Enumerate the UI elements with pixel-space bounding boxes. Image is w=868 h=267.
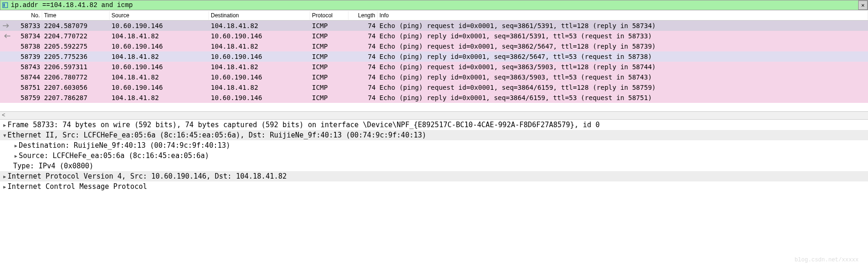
related-packet-arrow-icon <box>0 72 13 82</box>
cell-length: 74 <box>349 84 378 91</box>
svg-rect-0 <box>3 3 8 8</box>
expand-down-icon[interactable]: ▼ <box>2 133 7 138</box>
cell-protocol: ICMP <box>310 94 349 101</box>
cell-info: Echo (ping) reply id=0x0001, seq=3863/59… <box>378 73 868 81</box>
col-header-source[interactable]: Source <box>110 11 209 20</box>
icmp-summary: Internet Control Message Protocol <box>7 182 147 191</box>
cell-time: 2207.786287 <box>42 94 110 101</box>
expand-right-icon[interactable]: ▶ <box>13 153 19 159</box>
cell-destination: 10.60.190.146 <box>209 73 310 81</box>
packet-row[interactable]: 587382205.59227510.60.190.146104.18.41.8… <box>0 41 868 51</box>
cell-length: 74 <box>349 63 378 71</box>
ethernet-summary: Ethernet II, Src: LCFCHeFe_ea:05:6a (8c:… <box>7 131 426 139</box>
related-packet-arrow-icon <box>0 82 13 93</box>
tree-item-eth-dst[interactable]: ▶ Destination: RuijieNe_9f:40:13 (00:74:… <box>0 140 868 151</box>
cell-destination: 104.18.41.82 <box>209 22 310 29</box>
cell-destination: 10.60.190.146 <box>209 94 310 101</box>
packet-list-pane: No. Time Source Destination Protocol Len… <box>0 10 868 111</box>
packet-row[interactable]: 587432206.59731110.60.190.146104.18.41.8… <box>0 62 868 72</box>
tree-item-icmp[interactable]: ▶ Internet Control Message Protocol <box>0 181 868 192</box>
packet-row[interactable]: 587592207.786287104.18.41.8210.60.190.14… <box>0 93 868 103</box>
cell-destination: 10.60.190.146 <box>209 32 310 40</box>
cell-length: 74 <box>349 94 378 101</box>
related-packet-arrow-icon <box>0 93 13 103</box>
expand-right-icon[interactable]: ▶ <box>2 184 7 189</box>
cell-source: 104.18.41.82 <box>110 94 209 101</box>
cell-time: 2204.587079 <box>42 22 110 29</box>
expand-right-icon[interactable]: ▶ <box>2 123 7 128</box>
col-header-protocol[interactable]: Protocol <box>310 11 349 20</box>
cell-info: Echo (ping) reply id=0x0001, seq=3864/61… <box>378 94 868 101</box>
horizontal-scrollbar[interactable]: < <box>0 111 868 120</box>
cell-protocol: ICMP <box>310 63 349 71</box>
cell-time: 2204.770722 <box>42 32 110 40</box>
packet-row[interactable]: 587392205.775236104.18.41.8210.60.190.14… <box>0 51 868 62</box>
packet-row[interactable]: 587442206.780772104.18.41.8210.60.190.14… <box>0 72 868 82</box>
cell-source: 104.18.41.82 <box>110 53 209 60</box>
packet-row[interactable]: 587512207.60305610.60.190.146104.18.41.8… <box>0 82 868 93</box>
cell-length: 74 <box>349 43 378 50</box>
packet-list-empty-area <box>0 103 868 111</box>
related-packet-arrow-icon <box>0 62 13 72</box>
cell-destination: 104.18.41.82 <box>209 63 310 71</box>
cell-length: 74 <box>349 32 378 40</box>
cell-time: 2206.780772 <box>42 73 110 81</box>
ip-summary: Internet Protocol Version 4, Src: 10.60.… <box>7 172 287 180</box>
tree-item-ethernet[interactable]: ▼ Ethernet II, Src: LCFCHeFe_ea:05:6a (8… <box>0 130 868 140</box>
packet-details-pane: ▶ Frame 58733: 74 bytes on wire (592 bit… <box>0 120 868 192</box>
cell-destination: 10.60.190.146 <box>209 53 310 60</box>
cell-source: 10.60.190.146 <box>110 63 209 71</box>
cell-length: 74 <box>349 22 378 29</box>
scroll-left-arrow-icon[interactable]: < <box>2 112 5 119</box>
col-header-no[interactable]: No. <box>0 11 42 20</box>
cell-length: 74 <box>349 53 378 60</box>
cell-source: 10.60.190.146 <box>110 22 209 29</box>
packet-row[interactable]: 587342204.770722104.18.41.8210.60.190.14… <box>0 31 868 41</box>
related-packet-arrow-icon <box>0 21 13 31</box>
tree-item-eth-type[interactable]: Type: IPv4 (0x0800) <box>0 161 868 171</box>
cell-protocol: ICMP <box>310 22 349 29</box>
display-filter-input[interactable] <box>10 0 856 10</box>
eth-src-value: Source: LCFCHeFe_ea:05:6a (8c:16:45:ea:0… <box>19 152 209 160</box>
cell-protocol: ICMP <box>310 73 349 81</box>
expand-right-icon[interactable]: ▶ <box>13 143 19 148</box>
col-header-time[interactable]: Time <box>42 11 110 20</box>
cell-source: 10.60.190.146 <box>110 43 209 50</box>
packet-list-header: No. Time Source Destination Protocol Len… <box>0 10 868 21</box>
cell-info: Echo (ping) request id=0x0001, seq=3862/… <box>378 43 868 50</box>
cell-info: Echo (ping) reply id=0x0001, seq=3861/53… <box>378 32 868 40</box>
cell-source: 104.18.41.82 <box>110 32 209 40</box>
cell-protocol: ICMP <box>310 32 349 40</box>
col-header-length[interactable]: Length <box>349 11 378 20</box>
packet-row[interactable]: 587332204.58707910.60.190.146104.18.41.8… <box>0 21 868 31</box>
tree-item-eth-src[interactable]: ▶ Source: LCFCHeFe_ea:05:6a (8c:16:45:ea… <box>0 151 868 161</box>
cell-time: 2205.592275 <box>42 43 110 50</box>
eth-dst-value: Destination: RuijieNe_9f:40:13 (00:74:9c… <box>19 141 230 150</box>
cell-info: Echo (ping) request id=0x0001, seq=3861/… <box>378 22 868 29</box>
svg-rect-1 <box>4 4 5 7</box>
cell-time: 2207.603056 <box>42 84 110 91</box>
tree-item-frame[interactable]: ▶ Frame 58733: 74 bytes on wire (592 bit… <box>0 120 868 130</box>
expand-right-icon[interactable]: ▶ <box>2 174 7 179</box>
cell-time: 2206.597311 <box>42 63 110 71</box>
cell-destination: 104.18.41.82 <box>209 84 310 91</box>
cell-destination: 104.18.41.82 <box>209 43 310 50</box>
col-header-destination[interactable]: Destination <box>209 11 310 20</box>
eth-type-value: Type: IPv4 (0x0800) <box>13 162 94 170</box>
display-filter-bar: ✕ <box>0 0 868 10</box>
clear-filter-button[interactable]: ✕ <box>858 0 868 10</box>
cell-info: Echo (ping) request id=0x0001, seq=3864/… <box>378 84 868 91</box>
cell-time: 2205.775236 <box>42 53 110 60</box>
cell-protocol: ICMP <box>310 53 349 60</box>
cell-info: Echo (ping) reply id=0x0001, seq=3862/56… <box>378 53 868 60</box>
related-packet-arrow-icon <box>0 51 13 62</box>
tree-item-ip[interactable]: ▶ Internet Protocol Version 4, Src: 10.6… <box>0 171 868 181</box>
bookmark-icon[interactable] <box>1 1 9 9</box>
cell-length: 74 <box>349 73 378 81</box>
cell-protocol: ICMP <box>310 84 349 91</box>
cell-info: Echo (ping) request id=0x0001, seq=3863/… <box>378 63 868 71</box>
cell-protocol: ICMP <box>310 43 349 50</box>
related-packet-arrow-icon <box>0 31 13 41</box>
col-header-info[interactable]: Info <box>378 11 868 20</box>
cell-source: 104.18.41.82 <box>110 73 209 81</box>
